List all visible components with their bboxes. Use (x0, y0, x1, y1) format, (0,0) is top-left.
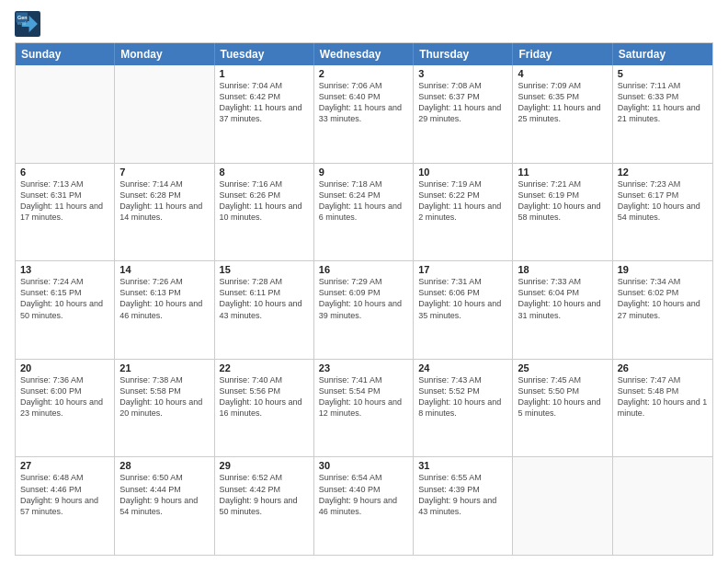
calendar-day-6: 6Sunrise: 7:13 AM Sunset: 6:31 PM Daylig… (16, 164, 115, 261)
header: Gen eral (15, 11, 713, 37)
day-number: 5 (618, 68, 708, 79)
calendar-day-2: 2Sunrise: 7:06 AM Sunset: 6:40 PM Daylig… (314, 65, 414, 163)
calendar-day-4: 4Sunrise: 7:09 AM Sunset: 6:35 PM Daylig… (513, 65, 612, 163)
day-number: 27 (20, 460, 109, 471)
day-details: Sunrise: 7:40 AM Sunset: 5:56 PM Dayligh… (220, 374, 309, 419)
calendar-day-29: 29Sunrise: 6:52 AM Sunset: 4:42 PM Dayli… (215, 457, 314, 555)
day-number: 24 (418, 362, 507, 373)
svg-text:eral: eral (17, 20, 26, 26)
day-number: 3 (418, 68, 507, 79)
day-details: Sunrise: 7:41 AM Sunset: 5:54 PM Dayligh… (319, 374, 408, 419)
calendar-day-18: 18Sunrise: 7:33 AM Sunset: 6:04 PM Dayli… (513, 261, 612, 359)
day-details: Sunrise: 7:36 AM Sunset: 6:00 PM Dayligh… (20, 374, 109, 419)
day-number: 29 (220, 460, 309, 471)
calendar-day-23: 23Sunrise: 7:41 AM Sunset: 5:54 PM Dayli… (314, 360, 414, 457)
day-details: Sunrise: 7:45 AM Sunset: 5:50 PM Dayligh… (518, 374, 607, 419)
day-details: Sunrise: 7:08 AM Sunset: 6:37 PM Dayligh… (418, 80, 507, 125)
header-cell-sunday: Sunday (16, 43, 115, 65)
calendar-day-12: 12Sunrise: 7:23 AM Sunset: 6:17 PM Dayli… (613, 164, 712, 261)
day-number: 30 (319, 460, 408, 471)
logo: Gen eral (15, 11, 44, 37)
day-number: 2 (319, 68, 408, 79)
day-details: Sunrise: 7:24 AM Sunset: 6:15 PM Dayligh… (20, 276, 109, 321)
header-cell-thursday: Thursday (414, 43, 513, 65)
calendar-day-27: 27Sunrise: 6:48 AM Sunset: 4:46 PM Dayli… (16, 457, 115, 555)
day-details: Sunrise: 7:28 AM Sunset: 6:11 PM Dayligh… (220, 276, 309, 321)
day-details: Sunrise: 7:09 AM Sunset: 6:35 PM Dayligh… (518, 80, 607, 125)
day-number: 31 (418, 460, 507, 471)
day-details: Sunrise: 7:19 AM Sunset: 6:22 PM Dayligh… (418, 178, 507, 224)
calendar-day-19: 19Sunrise: 7:34 AM Sunset: 6:02 PM Dayli… (613, 261, 712, 359)
day-number: 4 (518, 68, 607, 79)
header-cell-friday: Friday (513, 43, 612, 65)
day-details: Sunrise: 7:33 AM Sunset: 6:04 PM Dayligh… (518, 276, 607, 321)
day-details: Sunrise: 7:29 AM Sunset: 6:09 PM Dayligh… (319, 276, 408, 321)
day-number: 25 (518, 362, 607, 373)
calendar-day-empty-0-0 (16, 65, 115, 163)
calendar-day-8: 8Sunrise: 7:16 AM Sunset: 6:26 PM Daylig… (215, 164, 314, 261)
day-details: Sunrise: 7:16 AM Sunset: 6:26 PM Dayligh… (220, 178, 309, 224)
calendar-day-20: 20Sunrise: 7:36 AM Sunset: 6:00 PM Dayli… (16, 360, 115, 457)
day-number: 7 (119, 167, 209, 178)
calendar-day-22: 22Sunrise: 7:40 AM Sunset: 5:56 PM Dayli… (215, 360, 314, 457)
header-cell-wednesday: Wednesday (314, 43, 414, 65)
day-details: Sunrise: 7:18 AM Sunset: 6:24 PM Dayligh… (319, 178, 408, 224)
calendar-body: 1Sunrise: 7:04 AM Sunset: 6:42 PM Daylig… (16, 65, 712, 555)
day-number: 21 (119, 362, 209, 373)
calendar-day-28: 28Sunrise: 6:50 AM Sunset: 4:44 PM Dayli… (115, 457, 214, 555)
header-cell-saturday: Saturday (613, 43, 712, 65)
day-details: Sunrise: 6:55 AM Sunset: 4:39 PM Dayligh… (418, 472, 507, 517)
calendar-day-25: 25Sunrise: 7:45 AM Sunset: 5:50 PM Dayli… (513, 360, 612, 457)
calendar-day-1: 1Sunrise: 7:04 AM Sunset: 6:42 PM Daylig… (215, 65, 314, 163)
calendar-day-7: 7Sunrise: 7:14 AM Sunset: 6:28 PM Daylig… (115, 164, 214, 261)
calendar-day-13: 13Sunrise: 7:24 AM Sunset: 6:15 PM Dayli… (16, 261, 115, 359)
day-number: 18 (518, 264, 607, 275)
day-details: Sunrise: 7:04 AM Sunset: 6:42 PM Dayligh… (220, 80, 309, 125)
day-number: 23 (319, 362, 408, 373)
day-number: 15 (220, 264, 309, 275)
calendar-week-3: 20Sunrise: 7:36 AM Sunset: 6:00 PM Dayli… (16, 360, 712, 458)
calendar-day-17: 17Sunrise: 7:31 AM Sunset: 6:06 PM Dayli… (414, 261, 513, 359)
calendar-day-21: 21Sunrise: 7:38 AM Sunset: 5:58 PM Dayli… (115, 360, 214, 457)
calendar-day-empty-4-6 (613, 457, 712, 555)
calendar-day-16: 16Sunrise: 7:29 AM Sunset: 6:09 PM Dayli… (314, 261, 414, 359)
day-details: Sunrise: 7:47 AM Sunset: 5:48 PM Dayligh… (618, 374, 708, 419)
day-number: 10 (418, 167, 507, 178)
day-details: Sunrise: 7:14 AM Sunset: 6:28 PM Dayligh… (119, 178, 209, 224)
calendar-week-4: 27Sunrise: 6:48 AM Sunset: 4:46 PM Dayli… (16, 457, 712, 555)
day-number: 8 (220, 167, 309, 178)
day-details: Sunrise: 6:48 AM Sunset: 4:46 PM Dayligh… (20, 472, 109, 517)
day-number: 22 (220, 362, 309, 373)
day-details: Sunrise: 6:52 AM Sunset: 4:42 PM Dayligh… (220, 472, 309, 517)
calendar-day-11: 11Sunrise: 7:21 AM Sunset: 6:19 PM Dayli… (513, 164, 612, 261)
day-number: 26 (618, 362, 708, 373)
day-number: 9 (319, 167, 408, 178)
calendar-day-5: 5Sunrise: 7:11 AM Sunset: 6:33 PM Daylig… (613, 65, 712, 163)
calendar-day-9: 9Sunrise: 7:18 AM Sunset: 6:24 PM Daylig… (314, 164, 414, 261)
calendar-week-1: 6Sunrise: 7:13 AM Sunset: 6:31 PM Daylig… (16, 164, 712, 262)
calendar-day-10: 10Sunrise: 7:19 AM Sunset: 6:22 PM Dayli… (414, 164, 513, 261)
calendar-day-24: 24Sunrise: 7:43 AM Sunset: 5:52 PM Dayli… (414, 360, 513, 457)
logo-icon: Gen eral (15, 11, 40, 37)
day-details: Sunrise: 7:38 AM Sunset: 5:58 PM Dayligh… (119, 374, 209, 419)
day-details: Sunrise: 7:23 AM Sunset: 6:17 PM Dayligh… (618, 178, 708, 224)
day-number: 19 (618, 264, 708, 275)
calendar-day-26: 26Sunrise: 7:47 AM Sunset: 5:48 PM Dayli… (613, 360, 712, 457)
day-number: 28 (119, 460, 209, 471)
calendar: SundayMondayTuesdayWednesdayThursdayFrid… (15, 42, 713, 556)
day-number: 12 (618, 167, 708, 178)
day-details: Sunrise: 7:26 AM Sunset: 6:13 PM Dayligh… (119, 276, 209, 321)
day-details: Sunrise: 7:43 AM Sunset: 5:52 PM Dayligh… (418, 374, 507, 419)
day-number: 14 (119, 264, 209, 275)
day-details: Sunrise: 6:54 AM Sunset: 4:40 PM Dayligh… (319, 472, 408, 517)
day-details: Sunrise: 7:34 AM Sunset: 6:02 PM Dayligh… (618, 276, 708, 321)
day-details: Sunrise: 7:21 AM Sunset: 6:19 PM Dayligh… (518, 178, 607, 224)
day-number: 1 (220, 68, 309, 79)
header-cell-monday: Monday (115, 43, 214, 65)
calendar-day-14: 14Sunrise: 7:26 AM Sunset: 6:13 PM Dayli… (115, 261, 214, 359)
day-number: 20 (20, 362, 109, 373)
calendar-day-15: 15Sunrise: 7:28 AM Sunset: 6:11 PM Dayli… (215, 261, 314, 359)
calendar-day-empty-4-5 (513, 457, 612, 555)
day-number: 6 (20, 167, 109, 178)
calendar-day-empty-0-1 (115, 65, 214, 163)
